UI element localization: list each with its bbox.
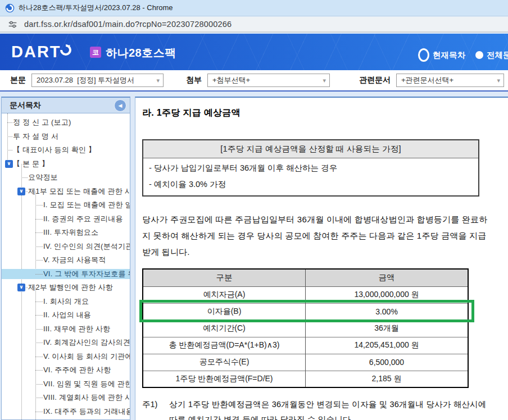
market-badge: 코 [90, 47, 101, 58]
chevron-down-icon: ▾ [497, 77, 500, 84]
body-paragraph: 당사가 주권모집에 따른 주금납입일부터 36개월 이내에 합병대상법인과 합병… [142, 211, 491, 260]
toc-mode-radios: 현재목차 전체문서 [418, 48, 508, 62]
toc-item[interactable]: II. 사업의 내용 [2, 308, 130, 322]
toc-item[interactable]: 【 대표이사 등의 확인 】 [2, 143, 130, 157]
address-bar[interactable]: dart.fss.or.kr/dsaf001/main.do?rcpNo=202… [0, 17, 508, 33]
collapse-toggle-icon[interactable]: ∨ [17, 284, 25, 291]
dart-swirl-icon [59, 43, 72, 57]
current-toc-label[interactable]: 현재목차 [433, 50, 465, 61]
table-row: 예치기간(C) 36개월 [143, 320, 468, 337]
toc-item-selected[interactable]: VI. 그 밖에 투자자보호를 위하여 필요한 사항 [2, 267, 130, 281]
document-content: 라. 1주당 지급 예상금액 [1주당 지급 예상금액을 산정할 때 사용되는 … [135, 97, 508, 420]
toc-item[interactable]: IV. 인수인의 의견(분석기관의 평가의견) [2, 240, 130, 254]
table-row: 예치자금(A) 13,000,000,000 원 [143, 286, 468, 303]
toc-item[interactable]: ∨제1부 모집 또는 매출에 관한 사항 [2, 185, 130, 199]
attachment-select[interactable]: +첨부선택+ ▾ [207, 74, 330, 87]
table-row: 총 반환예정금액(D=A*(1+B)∧3) 14,205,451,000 원 [143, 337, 468, 354]
dart-header: DART 코 하나28호스팩 현재목차 전체문서 [0, 34, 508, 70]
related-doc-label: 관련문서 [359, 75, 391, 85]
site-info-icon[interactable] [8, 20, 17, 29]
toc-item[interactable]: ∨제2부 발행인에 관한 사항 [2, 281, 130, 295]
assumption-line: - 당사가 납입기일로부터 36개월 이후 해산하는 경우 [149, 160, 473, 176]
table-row: 공모주식수(E) 6,500,000 [143, 354, 468, 371]
col-header: 구분 [143, 269, 306, 286]
chevron-down-icon: ▾ [156, 77, 160, 84]
main-doc-select[interactable]: 2023.07.28 [정정] 투자설명서 ▾ [31, 74, 164, 87]
full-doc-radio[interactable] [475, 51, 483, 59]
table-row: 1주당 반환예정금액(F=D/E) 2,185 원 [143, 371, 468, 387]
toc-item[interactable]: 정 정 신 고 (보고) [2, 116, 130, 130]
toc-item[interactable]: VII. 임원 및 직원 등에 관한 사항 [2, 377, 130, 391]
url-text[interactable]: dart.fss.or.kr/dsaf001/main.do?rcpNo=202… [24, 20, 232, 29]
attachment-label: 첨부 [186, 75, 202, 85]
main-doc-label: 본문 [10, 75, 26, 85]
footnote-text: 상기 1주당 반환예정금액은 36개월동안 변경되는 이자율 및 36개월내 당… [169, 397, 495, 420]
footnote-label: 주1) [142, 397, 169, 420]
dart-favicon-icon [5, 3, 15, 13]
toc-item[interactable]: I. 모집 또는 매출에 관한 일반사항 [2, 198, 130, 212]
toc-tree: 정 정 신 고 (보고) 투 자 설 명 서 【 대표이사 등의 확인 】 ∨【… [1, 113, 130, 420]
full-doc-label[interactable]: 전체문서 [487, 50, 508, 61]
footnote: 주1) 상기 1주당 반환예정금액은 36개월동안 변경되는 이자율 및 36개… [142, 397, 495, 420]
toc-item[interactable]: 요약정보 [2, 171, 130, 185]
window-title: 하나28호스팩/투자설명서/2023.07.28 - Chrome [19, 3, 173, 13]
toc-item[interactable]: ∨【 본 문 】 [2, 157, 130, 171]
col-header: 금액 [306, 269, 469, 286]
assumption-box-title: [1주당 지급 예상금액을 산정할 때 사용되는 가정] [143, 140, 478, 158]
toc-item[interactable]: III. 투자위험요소 [2, 226, 130, 240]
document-selector-bar: 본문 2023.07.28 [정정] 투자설명서 ▾ 첨부 +첨부선택+ ▾ 관… [0, 70, 508, 92]
collapse-toggle-icon[interactable]: ∨ [5, 160, 13, 168]
table-row-highlighted: 이자율(B) 3.00% [143, 303, 468, 320]
window-titlebar: 하나28호스팩/투자설명서/2023.07.28 - Chrome [0, 0, 508, 16]
toc-sidebar-header: 문서목차 ◀ [1, 97, 130, 113]
toc-item[interactable]: I. 회사의 개요 [2, 295, 130, 309]
toc-item[interactable]: V. 자금의 사용목적 [2, 253, 130, 267]
related-doc-select[interactable]: +관련문서선택+ ▾ [396, 74, 504, 87]
chevron-down-icon: ▾ [323, 77, 326, 84]
toc-item[interactable]: II. 증권의 주요 권리내용 [2, 212, 130, 226]
toc-item[interactable]: IX. 대주주 등과의 거래내용 [2, 405, 130, 419]
toc-title: 문서목차 [10, 101, 114, 111]
sidebar-collapse-button[interactable]: ◀ [114, 99, 126, 112]
toc-item[interactable]: VI. 주주에 관한 사항 [2, 363, 130, 377]
table-header-row: 구분 금액 [143, 269, 468, 286]
toc-item[interactable]: VIII. 계열회사 등에 관한 사항 [2, 391, 130, 405]
calculation-table-wrap: 구분 금액 예치자금(A) 13,000,000,000 원 이자율(B) 3.… [142, 268, 469, 388]
toc-item[interactable]: 투 자 설 명 서 [2, 130, 130, 144]
section-heading: 라. 1주당 지급 예상금액 [142, 107, 508, 119]
assumption-box: [1주당 지급 예상금액을 산정할 때 사용되는 가정] - 당사가 납입기일로… [142, 139, 479, 197]
toc-sidebar: 문서목차 ◀ 정 정 신 고 (보고) 투 자 설 명 서 【 대표이사 등의 … [1, 97, 130, 420]
toc-item[interactable]: IV. 회계감사인의 감사의견 [2, 336, 130, 350]
calculation-table: 구분 금액 예치자금(A) 13,000,000,000 원 이자율(B) 3.… [142, 268, 469, 388]
company-title: 하나28호스팩 [106, 45, 176, 61]
toc-item[interactable]: III. 재무에 관한 사항 [2, 322, 130, 336]
current-toc-radio[interactable] [418, 48, 429, 62]
collapse-toggle-icon[interactable]: ∨ [17, 188, 25, 195]
assumption-box-body: - 당사가 납입기일로부터 36개월 이후 해산하는 경우 - 예치이율 3.0… [143, 158, 478, 195]
toc-item[interactable]: V. 이사회 등 회사의 기관에 관한 사항 [2, 350, 130, 364]
assumption-line: - 예치이율 3.0% 가정 [149, 176, 473, 193]
dart-logo: DART [11, 43, 72, 61]
